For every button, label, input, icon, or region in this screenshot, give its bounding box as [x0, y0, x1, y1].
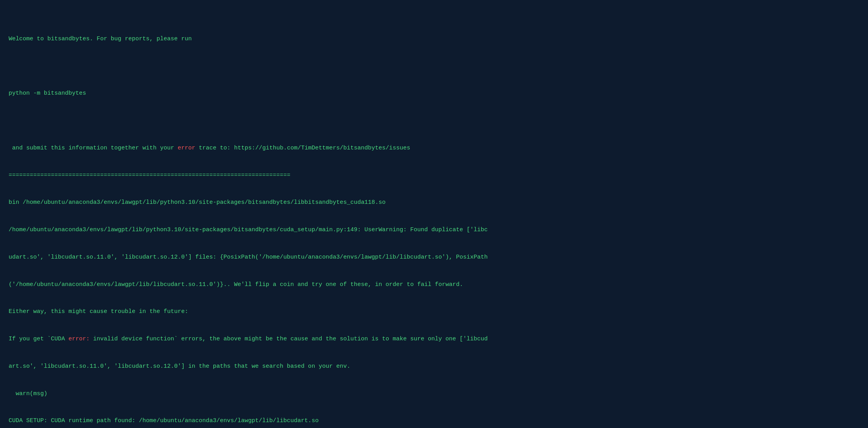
- terminal-window: Welcome to bitsandbytes. For bug reports…: [0, 0, 868, 428]
- line-cuda-setup-1: CUDA SETUP: CUDA runtime path found: /ho…: [9, 416, 859, 425]
- line-trouble: Either way, this might cause trouble in …: [9, 307, 859, 316]
- line-bin: bin /home/ubuntu/anaconda3/envs/lawgpt/l…: [9, 198, 859, 207]
- line-warn: warn(msg): [9, 389, 859, 398]
- line-cuda-error: If you get `CUDA error: invalid device f…: [9, 334, 859, 343]
- line-blank-2: [9, 116, 859, 125]
- line-cuda-error-2: art.so', 'libcudart.so.11.0', 'libcudart…: [9, 362, 859, 371]
- line-blank-1: [9, 62, 859, 71]
- line-1: Welcome to bitsandbytes. For bug reports…: [9, 34, 859, 43]
- line-userwarning-1: /home/ubuntu/anaconda3/envs/lawgpt/lib/p…: [9, 225, 859, 234]
- terminal-content: Welcome to bitsandbytes. For bug reports…: [9, 7, 859, 428]
- line-separator: ========================================…: [9, 171, 859, 180]
- line-userwarning-3: ('/home/ubuntu/anaconda3/envs/lawgpt/lib…: [9, 280, 859, 289]
- line-userwarning-2: udart.so', 'libcudart.so.11.0', 'libcuda…: [9, 253, 859, 262]
- line-python-cmd: python -m bitsandbytes: [9, 89, 859, 98]
- line-submit: and submit this information together wit…: [9, 144, 859, 153]
